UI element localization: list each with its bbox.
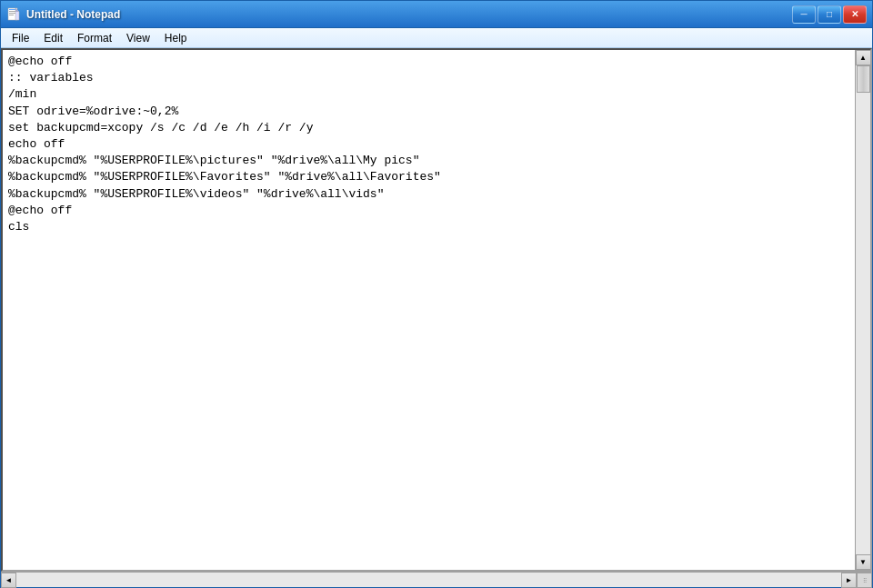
scroll-right-button[interactable]: ► xyxy=(841,573,857,588)
minimize-button[interactable]: ─ xyxy=(792,5,816,24)
maximize-button[interactable]: □ xyxy=(818,5,841,24)
menu-file[interactable]: File xyxy=(5,30,36,46)
title-bar-left: Untitled - Notepad xyxy=(6,7,792,22)
horizontal-scrollbar: ◄ ► ⠿ xyxy=(1,572,872,587)
title-bar: Untitled - Notepad ─ □ ✕ xyxy=(1,1,872,28)
scroll-up-button[interactable]: ▲ xyxy=(856,50,871,65)
menu-edit[interactable]: Edit xyxy=(36,30,70,46)
menu-help[interactable]: Help xyxy=(157,30,195,46)
scroll-track-vertical[interactable] xyxy=(856,65,870,554)
vertical-scrollbar: ▲ ▼ xyxy=(855,50,870,570)
app-icon xyxy=(6,7,21,22)
scrollbar-corner: ⠿ xyxy=(857,573,872,588)
notepad-window: Untitled - Notepad ─ □ ✕ File Edit Forma… xyxy=(0,0,873,588)
editor-container: @echo off :: variables /min SET odrive=%… xyxy=(1,48,872,572)
resize-grip-icon: ⠿ xyxy=(863,577,866,583)
close-button[interactable]: ✕ xyxy=(843,5,867,24)
scroll-track-horizontal[interactable] xyxy=(16,573,841,587)
scroll-thumb-vertical[interactable] xyxy=(857,65,870,93)
scroll-down-button[interactable]: ▼ xyxy=(856,554,871,570)
menu-bar: File Edit Format View Help xyxy=(1,28,872,48)
menu-format[interactable]: Format xyxy=(70,30,119,46)
scroll-left-button[interactable]: ◄ xyxy=(1,573,16,588)
menu-view[interactable]: View xyxy=(119,30,157,46)
svg-rect-4 xyxy=(9,15,14,15)
text-editor[interactable]: @echo off :: variables /min SET odrive=%… xyxy=(3,50,855,570)
title-bar-buttons: ─ □ ✕ xyxy=(792,5,867,24)
window-title: Untitled - Notepad xyxy=(26,8,120,21)
